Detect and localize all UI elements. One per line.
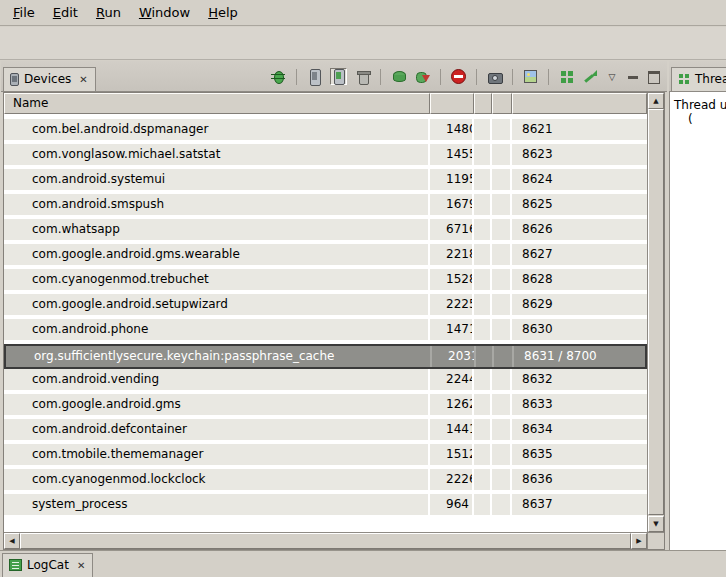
logcat-icon	[9, 559, 22, 571]
threads-content: Thread up (	[669, 92, 726, 550]
thread-col	[492, 419, 512, 440]
toolbar-separator	[548, 69, 549, 85]
threads-tabbar: Threads	[669, 61, 726, 92]
process-port: 8629	[512, 294, 647, 315]
devices-window-controls	[603, 69, 667, 91]
maximize-icon[interactable]	[645, 69, 663, 85]
trash-icon[interactable]	[354, 68, 371, 85]
heap-col	[474, 294, 492, 315]
tab-threads[interactable]: Threads	[671, 67, 726, 91]
scroll-down-icon[interactable]: ▼	[648, 516, 664, 532]
menu-help[interactable]: Help	[199, 1, 247, 24]
device-attach-icon[interactable]	[330, 68, 347, 85]
process-row[interactable]: com.cyanogenmod.lockclock222658636	[4, 469, 647, 490]
top-toolbar	[0, 27, 726, 60]
devices-panel: Devices ✕ Name com.bel.android.dspmanage…	[1, 61, 667, 550]
stop-process-icon[interactable]	[450, 68, 467, 85]
process-row[interactable]: com.google.android.gms.wearable221858627	[4, 244, 647, 265]
close-icon[interactable]: ✕	[77, 560, 85, 571]
toolbar-separator	[440, 69, 441, 85]
process-pid: 1195	[430, 169, 474, 190]
process-table-body: com.bel.android.dspmanager14808621com.vo…	[4, 114, 647, 532]
process-port: 8637	[512, 494, 647, 515]
vertical-scrollbar[interactable]: ▲ ▼	[647, 93, 664, 532]
menu-run[interactable]: Run	[87, 1, 130, 24]
column-header-thread[interactable]	[492, 93, 512, 114]
column-header-heap[interactable]	[474, 93, 492, 114]
heap-col	[474, 319, 492, 340]
process-row[interactable]: com.android.phone14718630	[4, 319, 647, 340]
process-pid: 6716	[430, 219, 474, 240]
scroll-left-icon[interactable]: ◀	[4, 533, 20, 549]
thread-col	[492, 194, 512, 215]
column-header-port[interactable]	[512, 93, 647, 114]
process-row[interactable]: com.vonglasow.michael.satstat145538623	[4, 144, 647, 165]
view-menu-icon[interactable]	[603, 69, 621, 85]
process-row[interactable]: com.bel.android.dspmanager14808621	[4, 119, 647, 140]
tab-devices[interactable]: Devices ✕	[3, 67, 96, 91]
menu-window[interactable]: Window	[130, 1, 199, 24]
process-row[interactable]: system_process9648637	[4, 494, 647, 515]
heap-update-icon[interactable]	[390, 68, 407, 85]
process-name: com.android.smspush	[4, 194, 430, 215]
menu-file[interactable]: File	[4, 1, 44, 24]
process-name: com.android.vending	[4, 369, 430, 390]
heap-col	[474, 444, 492, 465]
menu-edit[interactable]: Edit	[44, 1, 87, 24]
process-name: com.cyanogenmod.lockclock	[4, 469, 430, 490]
process-row[interactable]: com.tmobile.thememanager15128635	[4, 444, 647, 465]
process-pid: 14553	[430, 144, 474, 165]
process-row[interactable]: com.android.defcontainer144118634	[4, 419, 647, 440]
heap-col	[476, 346, 494, 367]
vertical-scroll-thumb[interactable]	[648, 109, 664, 515]
process-row[interactable]: com.android.vending224408632	[4, 369, 647, 390]
thread-update-icon[interactable]	[558, 68, 575, 85]
process-row[interactable]: com.google.android.gms126238633	[4, 394, 647, 415]
process-pid: 22250	[430, 294, 474, 315]
horizontal-scroll-thumb[interactable]	[20, 533, 631, 549]
process-name: com.google.android.gms.wearable	[4, 244, 430, 265]
gallery-icon[interactable]	[522, 68, 539, 85]
process-row[interactable]: com.android.smspush16798625	[4, 194, 647, 215]
thread-col	[492, 319, 512, 340]
process-port: 8624	[512, 169, 647, 190]
process-pid: 1528	[430, 269, 474, 290]
hprof-dump-icon[interactable]	[414, 68, 431, 85]
device-icon[interactable]	[306, 68, 323, 85]
close-icon[interactable]: ✕	[79, 74, 87, 85]
screenshot-icon[interactable]	[486, 68, 503, 85]
process-row[interactable]: org.sufficientlysecure.keychain:passphra…	[4, 344, 647, 369]
process-port: 8625	[512, 194, 647, 215]
column-header-name[interactable]: Name	[4, 93, 430, 114]
process-port: 8621	[512, 119, 647, 140]
heap-col	[474, 194, 492, 215]
toolbar-separator	[380, 69, 381, 85]
thread-col	[492, 119, 512, 140]
column-header-pid[interactable]	[430, 93, 474, 114]
process-row[interactable]: com.cyanogenmod.trebuchet15288628	[4, 269, 647, 290]
process-row[interactable]: com.whatsapp67168626	[4, 219, 647, 240]
process-name: system_process	[4, 494, 430, 515]
scroll-right-icon[interactable]: ▶	[631, 533, 647, 549]
minimize-icon[interactable]	[624, 69, 642, 85]
toolbar-separator	[512, 69, 513, 85]
process-name: com.tmobile.thememanager	[4, 444, 430, 465]
process-pid: 1512	[430, 444, 474, 465]
process-pid: 22185	[430, 244, 474, 265]
process-pid: 12623	[430, 394, 474, 415]
threads-message-line1: Thread up	[674, 98, 726, 112]
process-name: com.vonglasow.michael.satstat	[4, 144, 430, 165]
thread-col	[492, 444, 512, 465]
tab-logcat[interactable]: LogCat ✕	[2, 553, 93, 577]
debug-icon[interactable]	[270, 68, 287, 85]
thread-col	[492, 144, 512, 165]
process-pid: 964	[430, 494, 474, 515]
horizontal-scrollbar[interactable]: ◀ ▶	[4, 532, 647, 549]
threads-panel: Threads Thread up (	[669, 61, 726, 550]
process-row[interactable]: com.google.android.setupwizard222508629	[4, 294, 647, 315]
process-pid: 22440	[430, 369, 474, 390]
heap-col	[474, 244, 492, 265]
scroll-up-icon[interactable]: ▲	[648, 93, 664, 109]
process-row[interactable]: com.android.systemui11958624	[4, 169, 647, 190]
method-profiling-icon[interactable]	[582, 68, 599, 85]
